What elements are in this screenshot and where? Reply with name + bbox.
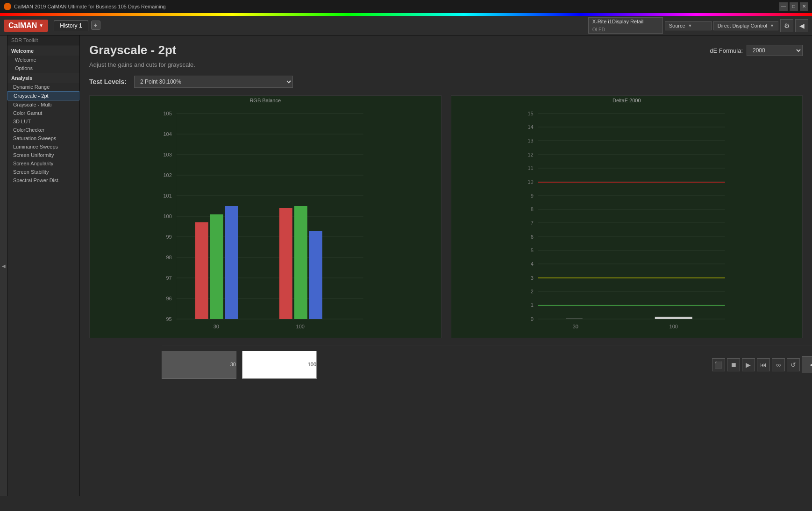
- sidebar-item-grayscale-multi[interactable]: Grayscale - Multi: [7, 100, 79, 109]
- stop-button[interactable]: ⏹: [727, 358, 740, 371]
- page-title: Grayscale - 2pt: [89, 43, 803, 57]
- sidebar-item-dynamic-range[interactable]: Dynamic Range: [7, 83, 79, 91]
- page-subtitle: Adjust the gains and cuts for grayscale.: [89, 61, 803, 68]
- svg-text:15: 15: [527, 111, 533, 116]
- sidebar-item-screen-uniformity[interactable]: Screen Uniformity: [7, 151, 79, 159]
- svg-text:9: 9: [530, 193, 533, 199]
- tab-bar: History 1 +: [54, 20, 100, 31]
- rgb-balance-svg: 105 104 103 102 101 100 99 98 97 96 95: [90, 104, 441, 338]
- delta-e-svg: 15 14 13 12 11 10 9 8 7 6 5 4 3 2 1 0: [451, 104, 803, 338]
- delta-e-title: DeltaE 2000: [451, 96, 803, 104]
- source-dropdown-arrow: ▼: [688, 23, 692, 28]
- play-button[interactable]: ▶: [742, 358, 755, 371]
- device-dropdown[interactable]: X-Rite i1Display Retail OLED: [588, 17, 663, 34]
- sidebar-item-grayscale-2pt[interactable]: Grayscale - 2pt: [7, 91, 79, 100]
- swatch-100-label: 100: [308, 362, 316, 367]
- calman-logo-text: CalMAN: [8, 21, 37, 30]
- minimize-button[interactable]: —: [779, 2, 788, 11]
- svg-text:13: 13: [527, 138, 533, 143]
- rgb-balance-chart: RGB Balance: [89, 95, 442, 338]
- tab-history1[interactable]: History 1: [54, 20, 88, 31]
- de-formula-select[interactable]: 2000 76 94: [747, 45, 803, 56]
- sidebar-item-saturation-sweeps[interactable]: Saturation Sweeps: [7, 134, 79, 142]
- loop-button[interactable]: ∞: [772, 358, 785, 371]
- svg-rect-32: [538, 114, 725, 319]
- direct-display-arrow: ▼: [770, 23, 774, 28]
- charts-row: RGB Balance: [89, 95, 803, 338]
- toolkit-label: SDR Toolkit: [7, 35, 79, 45]
- top-right-controls: X-Rite i1Display Retail OLED Source ▼ Di…: [588, 17, 808, 34]
- settings-button[interactable]: ⚙: [780, 19, 793, 32]
- svg-text:97: 97: [166, 275, 172, 281]
- sidebar: SDR Toolkit Welcome Welcome Options Anal…: [7, 35, 80, 496]
- swatch-100[interactable]: 100: [242, 351, 317, 379]
- svg-text:96: 96: [166, 296, 172, 301]
- monitor-icon-btn[interactable]: ⬛: [712, 358, 725, 371]
- sidebar-item-colorchecker[interactable]: ColorChecker: [7, 126, 79, 134]
- sidebar-item-spectral-power[interactable]: Spectral Power Dist.: [7, 176, 79, 185]
- rgb-balance-title: RGB Balance: [90, 96, 441, 104]
- device-subtitle: OLED: [592, 27, 605, 32]
- svg-text:7: 7: [530, 220, 533, 226]
- svg-text:30: 30: [214, 324, 219, 329]
- sidebar-toggle-icon: ◀: [2, 263, 6, 269]
- sidebar-item-welcome[interactable]: Welcome: [7, 56, 79, 64]
- sidebar-toggle[interactable]: ◀: [0, 35, 7, 496]
- maximize-button[interactable]: □: [790, 2, 798, 11]
- refresh-button[interactable]: ↺: [787, 358, 800, 371]
- test-levels-label: Test Levels:: [89, 78, 127, 85]
- direct-display-label: Direct Display Control: [718, 23, 767, 28]
- direct-display-dropdown[interactable]: Direct Display Control ▼: [713, 21, 778, 30]
- sidebar-item-color-gamut[interactable]: Color Gamut: [7, 109, 79, 117]
- svg-rect-26: [225, 206, 238, 319]
- sidebar-item-3d-lut[interactable]: 3D LUT: [7, 117, 79, 126]
- device-name: X-Rite i1Display Retail: [592, 19, 643, 24]
- swatch-30[interactable]: 30: [162, 351, 236, 379]
- svg-text:14: 14: [527, 124, 533, 130]
- source-dropdown[interactable]: Source ▼: [665, 21, 712, 30]
- skip-button[interactable]: ⏮: [757, 358, 770, 371]
- svg-text:100: 100: [669, 324, 677, 329]
- sidebar-item-screen-stability[interactable]: Screen Stability: [7, 168, 79, 176]
- svg-text:104: 104: [163, 131, 171, 137]
- de-formula-row: dE Formula: 2000 76 94: [710, 45, 803, 56]
- svg-text:105: 105: [163, 111, 171, 116]
- svg-text:100: 100: [296, 324, 305, 329]
- svg-text:98: 98: [166, 255, 172, 260]
- svg-text:95: 95: [166, 316, 172, 322]
- nav-controls: ⬛ ⏹ ▶ ⏮ ∞ ↺ ◀ Back Next ▶: [712, 356, 812, 373]
- de-formula-label: dE Formula:: [710, 47, 743, 54]
- svg-text:99: 99: [166, 234, 172, 240]
- sidebar-item-luminance-sweeps[interactable]: Luminance Sweeps: [7, 142, 79, 151]
- svg-text:3: 3: [530, 275, 533, 281]
- test-levels-select[interactable]: 2 Point 30,100% Full Sweep: [134, 76, 293, 88]
- svg-rect-68: [566, 319, 582, 319]
- app-icon: [4, 3, 11, 10]
- sidebar-item-options[interactable]: Options: [7, 64, 79, 72]
- swatch-30-label: 30: [230, 362, 236, 367]
- svg-rect-29: [309, 231, 322, 319]
- calman-logo[interactable]: CalMAN ▼: [4, 20, 48, 32]
- sidebar-item-screen-angularity[interactable]: Screen Angularity: [7, 159, 79, 168]
- svg-text:1: 1: [530, 302, 533, 308]
- sidebar-category-analysis: Analysis: [7, 73, 79, 83]
- svg-text:11: 11: [527, 165, 533, 171]
- back-nav-button[interactable]: ◀: [795, 19, 808, 32]
- svg-text:100: 100: [163, 213, 171, 219]
- back-arrow-icon: ◀: [810, 361, 812, 368]
- back-button[interactable]: ◀ Back: [802, 356, 812, 373]
- svg-rect-27: [279, 208, 292, 319]
- source-label: Source: [669, 23, 685, 28]
- svg-text:2: 2: [530, 289, 533, 294]
- main-layout: ◀ SDR Toolkit Welcome Welcome Options An…: [0, 35, 812, 496]
- tab-add-button[interactable]: +: [91, 21, 100, 30]
- svg-text:0: 0: [530, 316, 533, 322]
- logo-dropdown-arrow: ▼: [39, 23, 43, 28]
- sidebar-category-welcome: Welcome: [7, 46, 79, 56]
- svg-text:4: 4: [530, 261, 533, 267]
- svg-text:12: 12: [527, 152, 533, 157]
- svg-rect-28: [294, 206, 307, 319]
- close-button[interactable]: ✕: [800, 2, 808, 11]
- delta-e-chart: DeltaE 2000: [451, 95, 803, 338]
- svg-rect-25: [210, 214, 223, 319]
